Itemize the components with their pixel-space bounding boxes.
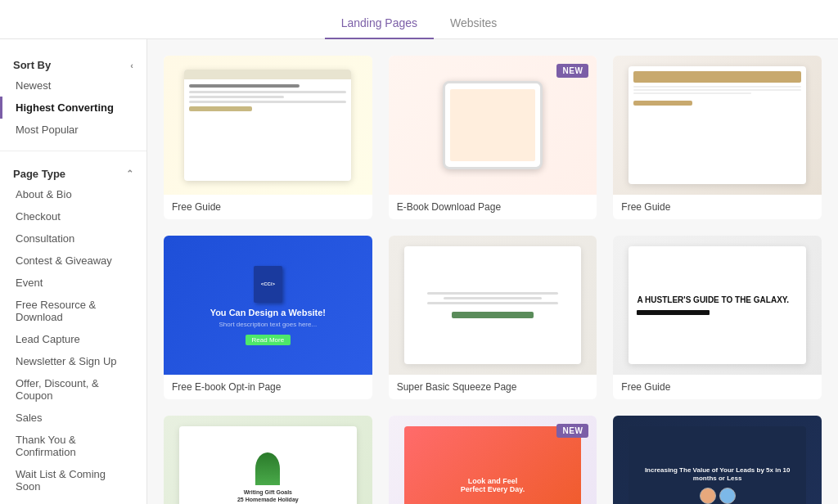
template-card[interactable]: <CC/> You Can Design a Website! Short de…: [164, 236, 372, 399]
main-layout: Sort By ‹ Newest Highest Converting Most…: [0, 39, 838, 504]
sidebar-item-sales[interactable]: Sales: [0, 407, 146, 429]
template-card[interactable]: Writing Gift Goals25 Homemade HolidayGif…: [164, 416, 372, 504]
sidebar-item-event[interactable]: Event: [0, 272, 146, 294]
sidebar-item-about-bio[interactable]: About & Bio: [0, 183, 146, 205]
sidebar-item-waitlist[interactable]: Wait List & Coming Soon: [0, 463, 146, 497]
sidebar-item-webinar[interactable]: Webinar & Virtual Event: [0, 497, 146, 504]
card-image: NEW Look and FeelPerfect Every Day.: [389, 416, 597, 504]
template-card[interactable]: A HUSTLER'S GUIDE TO THE GALAXY. Free Gu…: [613, 236, 822, 399]
card-image: Writing Gift Goals25 Homemade HolidayGif…: [164, 416, 372, 504]
card-image: Increasing The Value of Your Leads by 5x…: [613, 416, 822, 504]
card-badge: NEW: [556, 64, 588, 78]
sidebar: Sort By ‹ Newest Highest Converting Most…: [0, 39, 147, 504]
sidebar-item-consultation[interactable]: Consultation: [0, 227, 146, 250]
card-image: NEW: [389, 56, 597, 195]
sidebar-item-thankyou[interactable]: Thank You & Confirmation: [0, 429, 146, 463]
app-container: Landing Pages Websites Sort By ‹ Newest …: [0, 0, 838, 504]
card-image: <CC/> You Can Design a Website! Short de…: [164, 236, 372, 375]
template-card[interactable]: Free Guide: [613, 56, 822, 219]
template-card[interactable]: Super Basic Squeeze Page: [389, 236, 597, 399]
card-label: Free Guide: [613, 375, 822, 399]
page-type-label: Page Type: [13, 168, 65, 180]
sort-by-label: Sort By: [13, 59, 51, 71]
template-card[interactable]: Free Guide: [164, 56, 372, 219]
card-label: Free E-book Opt-in Page: [164, 375, 372, 399]
page-type-section: Page Type ⌃: [0, 161, 146, 183]
card-image: [164, 56, 372, 195]
sidebar-item-checkout[interactable]: Checkout: [0, 205, 146, 227]
page-type-chevron-icon: ⌃: [126, 169, 133, 179]
card-label: Super Basic Squeeze Page: [389, 375, 597, 399]
tab-landing-pages[interactable]: Landing Pages: [325, 10, 434, 39]
mock-title: Writing Gift Goals25 Homemade HolidayGif…: [237, 488, 299, 504]
template-card[interactable]: NEW E-Book Download Page: [389, 56, 597, 219]
sidebar-item-contest[interactable]: Contest & Giveaway: [0, 250, 146, 272]
card-badge: NEW: [556, 424, 588, 438]
card-image: [613, 56, 822, 195]
template-card[interactable]: Increasing The Value of Your Leads by 5x…: [613, 416, 822, 504]
sidebar-item-newsletter[interactable]: Newsletter & Sign Up: [0, 350, 146, 372]
sidebar-divider: [0, 151, 146, 151]
sidebar-item-newest[interactable]: Newest: [0, 74, 146, 97]
sidebar-item-offer[interactable]: Offer, Discount, & Coupon: [0, 372, 146, 407]
sort-by-chevron-icon: ‹: [130, 61, 133, 70]
sidebar-item-free-resource[interactable]: Free Resource & Download: [0, 294, 146, 328]
sidebar-item-highest-converting[interactable]: Highest Converting: [0, 97, 146, 119]
sidebar-item-lead-capture[interactable]: Lead Capture: [0, 328, 146, 350]
card-grid: Free Guide NEW E-Book Download Page: [164, 56, 822, 504]
template-card[interactable]: NEW Look and FeelPerfect Every Day. Look…: [389, 416, 597, 504]
card-image: [389, 236, 597, 375]
content-area: Free Guide NEW E-Book Download Page: [147, 39, 838, 504]
card-label: Free Guide: [164, 195, 372, 219]
card-image: A HUSTLER'S GUIDE TO THE GALAXY.: [613, 236, 822, 375]
card-label: Free Guide: [613, 195, 822, 219]
sort-by-section: Sort By ‹: [0, 52, 146, 74]
header-tabs: Landing Pages Websites: [0, 0, 838, 39]
sidebar-item-most-popular[interactable]: Most Popular: [0, 119, 146, 141]
tab-websites[interactable]: Websites: [434, 10, 513, 39]
card-label: E-Book Download Page: [389, 195, 597, 219]
